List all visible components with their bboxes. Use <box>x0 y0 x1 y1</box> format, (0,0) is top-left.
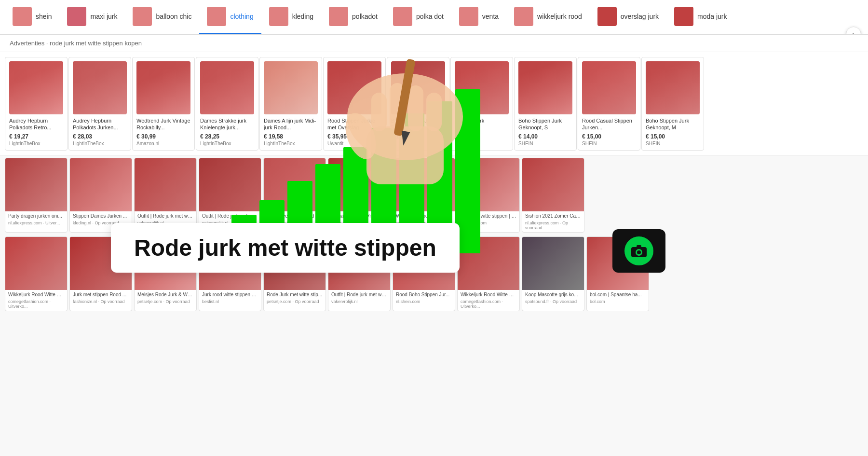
image-source-6: comegetfashion.com · Uitverkocht <box>393 221 455 232</box>
image-card-r3-5[interactable]: Outfit | Rode jurk met witte stippen (ee… <box>328 236 391 311</box>
product-name-3: Dames Strakke jurk Knielengte jurk... <box>200 117 254 131</box>
image-source-r3-5: vakervrolijk.nl <box>328 299 390 306</box>
product-card-8[interactable]: Boho Stippen Jurk Geknoopt, S € 14,00 SH… <box>514 57 577 151</box>
product-card-5[interactable]: Rood Stippen Jurkje met Overslag € 35,95… <box>323 57 386 151</box>
tab-moda-jurk-img <box>674 7 693 26</box>
product-card-3[interactable]: Dames Strakke jurk Knielengte jurk... € … <box>196 57 258 151</box>
image-label-r3-1: Jurk met stippen Rood ... <box>70 290 132 299</box>
image-card-r3-3[interactable]: Jurk rood witte stippen P... beslist.nl <box>199 236 261 311</box>
image-label-7: rode jurk witte stippen | Dress... <box>458 211 519 221</box>
product-img-1 <box>73 61 127 114</box>
image-card-3[interactable]: Outfit | Rode jurk met witte stippen (ee… <box>199 158 261 233</box>
tab-balloon-chic[interactable]: balloon chic <box>125 0 199 34</box>
product-shop-0: LightInTheBox <box>9 141 63 146</box>
image-label-1: Stippen Dames Jurken ... <box>70 211 132 221</box>
tab-wikkeljurk-rood[interactable]: wikkeljurk rood <box>506 0 590 34</box>
product-img-8 <box>518 61 572 114</box>
tabs-next-arrow[interactable]: › <box>846 27 861 35</box>
image-card-8[interactable]: Sishion 2021 Zomer Casual... nl.aliexpre… <box>522 158 584 233</box>
image-card-r3-6[interactable]: Rood Boho Stippen Jur... nl.shein.com <box>393 236 455 311</box>
product-shop-9: SHEIN <box>582 141 636 146</box>
tab-maxi-jurk-img <box>67 7 86 26</box>
image-card-r3-0[interactable]: Wikkeljurk Rood Witte Stippe... comegetf… <box>5 236 68 311</box>
product-shop-2: Amazon.nl <box>136 141 190 146</box>
product-card-2[interactable]: Wedtrend Jurk Vintage Rockabilly... € 30… <box>132 57 195 151</box>
image-label-r3-4: Rode Jurk met witte stip... <box>264 290 326 299</box>
image-thumb-r3-9 <box>587 237 649 290</box>
image-card-0[interactable]: Party dragen jurken oni... nl.aliexpress… <box>5 158 68 233</box>
image-source-3: vakervrolijk.nl <box>199 221 261 227</box>
product-name-1: Audrey Hepburn Polkadots Jurken... <box>73 117 127 131</box>
tab-polka-dot[interactable]: polka dot <box>385 0 451 34</box>
tab-clothing[interactable]: clothing <box>199 0 261 34</box>
product-card-6[interactable]: Boho Stippen Jurk Riem... € 17 <box>387 57 449 151</box>
product-card-4[interactable]: Dames A lijn jurk Midi-jurk Rood... € 19… <box>259 57 322 151</box>
tab-kleding[interactable]: kleding <box>261 0 321 34</box>
product-img-3 <box>200 61 254 114</box>
product-shop-10: SHEIN <box>646 141 700 146</box>
product-shop-5: Uwantit <box>327 141 381 146</box>
image-label-3: Outfit | Rode jurk met witte stippen (ee… <box>199 211 261 221</box>
image-source-5: nl.aliexpress.com · Uitverkocht <box>328 221 390 232</box>
image-label-r3-7: Wikkeljurk Rood Witte Stippe... <box>458 290 519 299</box>
image-source-1: kleding.nl · Op voorraad <box>70 221 132 227</box>
image-source-2: vakervrolijk.nl <box>135 221 196 227</box>
image-thumb-r3-1 <box>70 237 132 290</box>
product-card-9[interactable]: Rood Casual Stippen Jurken... € 15,00 SH… <box>578 57 640 151</box>
tab-overslag-jurk[interactable]: overslag jurk <box>590 0 666 34</box>
image-source-4: nl.pinterest.com <box>264 221 326 227</box>
image-card-7[interactable]: rode jurk witte stippen | Dress... pinte… <box>457 158 520 233</box>
image-row-2: Party dragen jurken oni... nl.aliexpress… <box>0 156 868 235</box>
tab-wikkeljurk-rood-label: wikkeljurk rood <box>537 13 582 20</box>
product-name-4: Dames A lijn jurk Midi-jurk Rood... <box>264 117 318 131</box>
image-thumb-4 <box>264 158 326 211</box>
image-card-r3-2[interactable]: Meisjes Rode Jurk & Witte St... petsetje… <box>134 236 197 311</box>
tab-polkadot[interactable]: polkadot <box>321 0 385 34</box>
main-area: Advertenties · rode jurk met witte stipp… <box>0 35 868 456</box>
image-card-1[interactable]: Stippen Dames Jurken ... kleding.nl · Op… <box>69 158 132 233</box>
image-card-6[interactable]: Wikkeljurk Rood Witte Stippen... comeget… <box>393 158 455 233</box>
image-card-2[interactable]: Outfit | Rode jurk met witte stippen (ee… <box>134 158 197 233</box>
product-price-3: € 28,25 <box>200 133 254 140</box>
product-card-1[interactable]: Audrey Hepburn Polkadots Jurken... € 28,… <box>68 57 131 151</box>
tab-shein-label: shein <box>36 13 52 20</box>
product-img-6 <box>391 61 445 114</box>
tab-polkadot-label: polkadot <box>352 13 378 20</box>
image-card-r3-8[interactable]: Koop Mascotte grijs ko... spotsound.fr ·… <box>522 236 584 311</box>
product-price-9: € 15,00 <box>582 133 636 140</box>
image-card-r3-1[interactable]: Jurk met stippen Rood ... fashionize.nl … <box>69 236 132 311</box>
product-img-4 <box>264 61 318 114</box>
image-source-r3-9: bol.com <box>587 299 649 306</box>
image-label-5: Elegante Lange Vrouwen Wint... <box>328 211 390 221</box>
product-name-8: Boho Stippen Jurk Geknoopt, S <box>518 117 572 131</box>
image-label-8: Sishion 2021 Zomer Casual... <box>522 211 584 221</box>
image-thumb-r3-4 <box>264 237 326 290</box>
product-card-7[interactable]: Stippen Jurk <box>450 57 513 151</box>
tab-kleding-label: kleding <box>292 13 313 20</box>
product-card-0[interactable]: Audrey Hepburn Polkadots Retro... € 19,2… <box>5 57 68 151</box>
tab-shein[interactable]: shein <box>5 0 59 34</box>
image-thumb-5 <box>328 158 390 211</box>
image-card-4[interactable]: 710 ideëen over Rood ... nl.pinterest.co… <box>263 158 326 233</box>
tab-moda-jurk[interactable]: moda jurk <box>666 0 734 34</box>
image-label-2: Outfit | Rode jurk met witte stippen (ee… <box>135 211 196 221</box>
tab-venta[interactable]: venta <box>451 0 506 34</box>
image-card-r3-9[interactable]: bol.com | Spaantse ha... bol.com <box>586 236 649 311</box>
image-card-r3-4[interactable]: Rode Jurk met witte stip... petsetje.com… <box>263 236 326 311</box>
image-source-r3-8: spotsound.fr · Op voorraad <box>522 299 584 306</box>
image-card-5[interactable]: Elegante Lange Vrouwen Wint... nl.aliexp… <box>328 158 391 233</box>
product-price-4: € 19,58 <box>264 133 318 140</box>
image-thumb-6 <box>393 158 455 211</box>
tab-maxi-jurk[interactable]: maxi jurk <box>59 0 125 34</box>
product-shop-1: LightInTheBox <box>73 141 127 146</box>
image-thumb-r3-3 <box>199 237 261 290</box>
image-card-r3-7[interactable]: Wikkeljurk Rood Witte Stippe... comegetf… <box>457 236 520 311</box>
product-img-7 <box>455 61 509 114</box>
product-img-9 <box>582 61 636 114</box>
image-source-r3-4: petsetje.com · Op voorraad <box>264 299 326 306</box>
image-thumb-r3-7 <box>458 237 519 290</box>
product-card-10[interactable]: Boho Stippen Jurk Geknoopt, M € 15,00 SH… <box>641 57 704 151</box>
image-source-r3-2: petsetje.com · Op voorraad <box>135 299 196 306</box>
product-price-2: € 30,99 <box>136 133 190 140</box>
product-name-7: Stippen Jurk <box>455 117 509 124</box>
